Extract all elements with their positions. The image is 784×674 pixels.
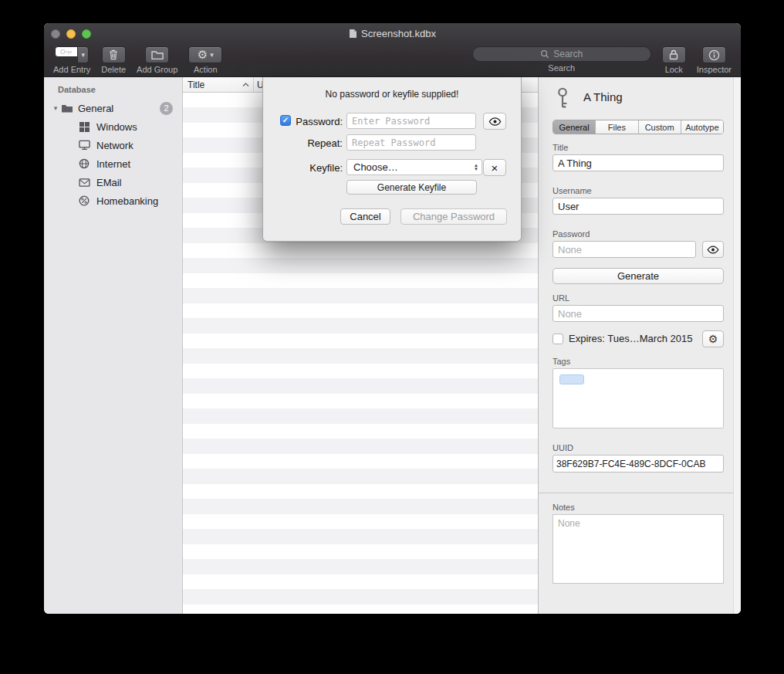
- add-entry-label: Add Entry: [53, 65, 90, 74]
- tag-chip[interactable]: [559, 374, 584, 384]
- username-field-label: Username: [553, 186, 592, 195]
- sidebar-group-label: General: [78, 103, 113, 114]
- keyfile-clear-button[interactable]: ×: [483, 159, 506, 176]
- gear-icon: ⚙: [708, 334, 718, 344]
- dialog-password-reveal-button[interactable]: [483, 113, 506, 130]
- url-field[interactable]: [553, 305, 724, 322]
- title-field[interactable]: [553, 154, 724, 171]
- dialog-keyfile-label: Keyfile:: [263, 162, 343, 174]
- chevron-down-icon: ▾: [81, 52, 85, 59]
- toolbar-item-add-group: Add Group: [137, 46, 177, 74]
- dialog-repeat-input[interactable]: [346, 134, 476, 151]
- title-field-label: Title: [553, 143, 568, 152]
- divider: [539, 493, 741, 493]
- folder-icon: [61, 102, 73, 114]
- inspector-panel: A Thing General Files Custom Autotype Ti…: [538, 77, 741, 614]
- window-chrome: Screenshot.kdbx: [44, 23, 741, 77]
- inspector-scrollbar[interactable]: [733, 77, 741, 614]
- network-icon: [78, 139, 90, 151]
- sidebar: Database ▾ General 2 Windows: [44, 77, 183, 614]
- key-icon: [59, 47, 73, 56]
- password-field[interactable]: [553, 241, 696, 258]
- info-icon: [708, 49, 720, 61]
- inspector-tabs: General Files Custom Autotype: [553, 120, 724, 134]
- action-button[interactable]: ⚙ ▾: [188, 46, 222, 63]
- column-header-title[interactable]: Title: [183, 77, 254, 92]
- toolbar-item-search: Search Search: [472, 46, 651, 73]
- notes-label: Notes: [553, 503, 575, 512]
- sidebar-item-windows[interactable]: Windows: [44, 117, 182, 136]
- expires-checkbox[interactable]: [553, 334, 563, 344]
- sidebar-item-email[interactable]: EMail: [44, 173, 182, 191]
- tab-autotype[interactable]: Autotype: [681, 120, 723, 134]
- search-label: Search: [548, 63, 575, 73]
- toolbar: ▾ Add Entry: [44, 44, 741, 77]
- uuid-field[interactable]: [553, 455, 724, 472]
- inspector-button[interactable]: [702, 46, 726, 63]
- sidebar-section-header: Database: [44, 77, 182, 99]
- sidebar-item-network[interactable]: Network: [44, 136, 182, 154]
- keyfile-select[interactable]: Choose… ▲▼: [346, 159, 482, 175]
- dialog-password-input[interactable]: [346, 113, 476, 129]
- lock-button[interactable]: [662, 46, 686, 63]
- toolbar-item-add-entry: ▾ Add Entry: [53, 46, 90, 74]
- sidebar-group-general[interactable]: ▾ General 2: [44, 99, 182, 117]
- notes-field[interactable]: [553, 514, 724, 584]
- inspector-label: Inspector: [697, 65, 732, 74]
- tab-general[interactable]: General: [553, 120, 595, 134]
- search-input[interactable]: Search: [472, 46, 651, 62]
- add-group-button[interactable]: [145, 46, 169, 63]
- eye-icon: [488, 117, 502, 126]
- tab-custom[interactable]: Custom: [638, 120, 681, 134]
- change-password-button[interactable]: Change Password: [400, 208, 507, 225]
- sidebar-item-homebanking[interactable]: Homebanking: [44, 191, 182, 210]
- uuid-label: UUID: [553, 443, 573, 452]
- dialog-message: No password or keyfile supplied!: [263, 89, 521, 100]
- password-dialog: No password or keyfile supplied! ✓ Passw…: [262, 77, 522, 242]
- dialog-password-label: Password:: [263, 116, 343, 127]
- screen-background: Screenshot.kdbx: [0, 0, 784, 674]
- lock-label: Lock: [665, 65, 683, 74]
- toolbar-item-lock: Lock: [662, 46, 686, 74]
- gear-icon: ⚙: [198, 49, 208, 61]
- add-entry-dropdown-button[interactable]: ▾: [77, 46, 89, 63]
- toolbar-item-delete: Delete: [101, 46, 126, 74]
- tags-label: Tags: [553, 357, 570, 366]
- password-field-label: Password: [553, 229, 590, 239]
- folder-icon: [151, 50, 164, 59]
- entry-title: A Thing: [583, 90, 623, 103]
- toolbar-item-action: ⚙ ▾ Action: [188, 46, 222, 74]
- tags-box[interactable]: [553, 368, 724, 428]
- generate-keyfile-button[interactable]: Generate Keyfile: [346, 180, 477, 195]
- chevron-down-icon: ▾: [210, 52, 214, 59]
- globe-icon: [78, 157, 90, 170]
- eye-icon: [707, 246, 719, 254]
- add-group-label: Add Group: [137, 65, 177, 74]
- sidebar-item-internet[interactable]: Internet: [44, 154, 182, 173]
- close-icon: ×: [492, 161, 498, 174]
- lock-icon: [669, 49, 678, 60]
- expires-settings-button[interactable]: ⚙: [702, 330, 724, 347]
- titlebar[interactable]: Screenshot.kdbx: [44, 23, 741, 44]
- trash-icon: [109, 49, 118, 60]
- app-window: Screenshot.kdbx: [44, 23, 741, 614]
- stepper-icon: ▲▼: [474, 164, 478, 171]
- password-reveal-button[interactable]: [702, 241, 724, 258]
- username-field[interactable]: [553, 198, 724, 215]
- count-badge: 2: [160, 102, 173, 115]
- disclosure-triangle-icon[interactable]: ▾: [50, 104, 61, 112]
- search-icon: [540, 49, 549, 59]
- toolbar-item-inspector: Inspector: [697, 46, 732, 74]
- key-icon: [554, 87, 571, 109]
- document-icon: [349, 29, 357, 39]
- generate-password-button[interactable]: Generate: [553, 268, 724, 284]
- window-title: Screenshot.kdbx: [361, 28, 436, 39]
- sort-ascending-icon: [242, 83, 249, 86]
- cancel-button[interactable]: Cancel: [340, 208, 390, 225]
- expires-label: Expires: Tues…March 2015: [569, 333, 692, 344]
- delete-button[interactable]: [102, 46, 126, 63]
- tab-files[interactable]: Files: [595, 120, 637, 134]
- search-placeholder: Search: [553, 49, 583, 59]
- add-entry-button[interactable]: [55, 46, 78, 57]
- dialog-repeat-label: Repeat:: [263, 137, 343, 149]
